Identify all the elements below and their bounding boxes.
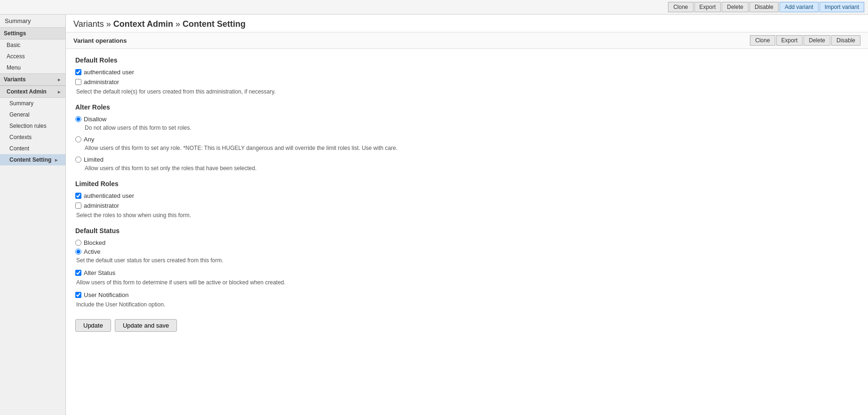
alter-status-text: Alter Status bbox=[84, 269, 115, 276]
default-roles-admin-row: administrator bbox=[75, 78, 859, 86]
limited-roles-admin-checkbox[interactable] bbox=[75, 203, 81, 209]
toolbar-clone-btn[interactable]: Clone bbox=[668, 2, 693, 12]
sidebar-content-setting-label: Content Setting bbox=[9, 157, 51, 163]
alter-status-help: Allow users of this form to determine if… bbox=[76, 279, 859, 286]
alter-roles-any-text: Any bbox=[84, 136, 94, 143]
alter-roles-any-row: Any bbox=[75, 136, 859, 143]
limited-roles-auth-row: authenticated user bbox=[75, 192, 859, 199]
sidebar-variants-label: Variants bbox=[4, 76, 26, 83]
breadcrumb-content-setting: Content Setting bbox=[183, 19, 246, 29]
page-header: Variants » Context Admin » Content Setti… bbox=[66, 15, 868, 32]
breadcrumb-sep2: » bbox=[175, 19, 183, 29]
default-roles-admin-label[interactable]: administrator bbox=[75, 78, 119, 86]
limited-roles-admin-row: administrator bbox=[75, 202, 859, 209]
limited-roles-auth-checkbox[interactable] bbox=[75, 193, 81, 199]
variant-ops-bar: Variant operations Clone Export Delete D… bbox=[66, 32, 868, 49]
update-and-save-button[interactable]: Update and save bbox=[115, 319, 177, 332]
limited-roles-admin-text: administrator bbox=[84, 202, 119, 209]
page-title: Variants » Context Admin » Content Setti… bbox=[73, 19, 860, 29]
bottom-buttons: Update Update and save bbox=[75, 319, 859, 332]
sidebar-content-setting-arrow: ► bbox=[54, 157, 59, 163]
alter-roles-any-help: Allow users of this form to set any role… bbox=[85, 145, 859, 151]
sidebar-context-admin-label: Context Admin bbox=[7, 88, 47, 95]
alter-roles-limited-label[interactable]: Limited bbox=[75, 156, 104, 163]
alter-roles-limited-radio[interactable] bbox=[75, 157, 81, 163]
breadcrumb-context-admin: Context Admin bbox=[113, 19, 173, 29]
sidebar-item-ca-content[interactable]: Content bbox=[0, 143, 65, 154]
toolbar-export-btn[interactable]: Export bbox=[694, 2, 721, 12]
default-status-title: Default Status bbox=[75, 227, 859, 235]
alter-roles-disallow-radio[interactable] bbox=[75, 116, 81, 122]
alter-status-checkbox[interactable] bbox=[75, 270, 81, 276]
default-roles-title: Default Roles bbox=[75, 56, 859, 64]
sidebar-item-ca-general[interactable]: General bbox=[0, 109, 65, 120]
variant-ops-disable-btn[interactable]: Disable bbox=[831, 35, 860, 46]
variant-ops-export-btn[interactable]: Export bbox=[776, 35, 803, 46]
user-notification-label[interactable]: User Notification bbox=[75, 291, 128, 298]
default-status-active-text: Active bbox=[84, 248, 100, 255]
sidebar-item-access[interactable]: Access bbox=[0, 51, 65, 62]
default-status-blocked-radio[interactable] bbox=[75, 240, 81, 246]
update-button[interactable]: Update bbox=[75, 319, 111, 332]
toolbar-add-variant-btn[interactable]: Add variant bbox=[780, 2, 819, 12]
layout: Summary Settings Basic Access Menu Varia… bbox=[0, 15, 868, 415]
alter-roles-disallow-help: Do not allow users of this form to set r… bbox=[85, 125, 859, 131]
variant-ops-delete-btn[interactable]: Delete bbox=[804, 35, 830, 46]
default-roles-auth-label[interactable]: authenticated user bbox=[75, 69, 134, 76]
sidebar-item-ca-selection-rules[interactable]: Selection rules bbox=[0, 120, 65, 132]
sidebar-context-admin-arrow: ► bbox=[57, 89, 62, 94]
limited-roles-auth-label[interactable]: authenticated user bbox=[75, 192, 134, 199]
main-content: Variants » Context Admin » Content Setti… bbox=[66, 15, 868, 415]
sidebar-section-context-admin[interactable]: Context Admin ► bbox=[0, 86, 65, 98]
variant-ops-buttons: Clone Export Delete Disable bbox=[750, 35, 860, 46]
default-status-blocked-row: Blocked bbox=[75, 239, 859, 246]
breadcrumb-variants: Variants bbox=[73, 19, 104, 29]
alter-roles-disallow-label[interactable]: Disallow bbox=[75, 116, 106, 123]
toolbar-disable-btn[interactable]: Disable bbox=[749, 2, 779, 12]
toolbar-import-variant-btn[interactable]: Import variant bbox=[820, 2, 864, 12]
top-toolbar: Clone Export Delete Disable Add variant … bbox=[0, 0, 868, 15]
variant-ops-clone-btn[interactable]: Clone bbox=[750, 35, 775, 46]
user-notification-text: User Notification bbox=[84, 291, 128, 298]
alter-roles-disallow-row: Disallow bbox=[75, 116, 859, 123]
user-notification-help: Include the User Notification option. bbox=[76, 301, 859, 308]
default-status-active-row: Active bbox=[75, 248, 859, 255]
alter-roles-limited-row: Limited bbox=[75, 156, 859, 163]
alter-roles-any-label[interactable]: Any bbox=[75, 136, 94, 143]
content-area: Default Roles authenticated user adminis… bbox=[66, 49, 868, 339]
user-notification-checkbox[interactable] bbox=[75, 292, 81, 298]
default-status-active-radio[interactable] bbox=[75, 249, 81, 255]
sidebar-item-ca-contexts[interactable]: Contexts bbox=[0, 132, 65, 143]
default-roles-admin-text: administrator bbox=[84, 78, 119, 86]
default-roles-auth-checkbox[interactable] bbox=[75, 69, 81, 75]
alter-roles-title: Alter Roles bbox=[75, 103, 859, 111]
alter-roles-limited-text: Limited bbox=[84, 156, 104, 163]
alter-roles-limited-help: Allow users of this form to set only the… bbox=[85, 165, 859, 172]
limited-roles-help: Select the roles to show when using this… bbox=[76, 212, 859, 219]
sidebar-item-basic[interactable]: Basic bbox=[0, 39, 65, 51]
sidebar-item-summary[interactable]: Summary bbox=[0, 15, 65, 27]
alter-roles-disallow-text: Disallow bbox=[84, 116, 106, 123]
sidebar: Summary Settings Basic Access Menu Varia… bbox=[0, 15, 66, 415]
breadcrumb-sep1: » bbox=[106, 19, 113, 29]
sidebar-item-ca-content-setting[interactable]: Content Setting ► bbox=[0, 154, 65, 165]
sidebar-item-ca-summary[interactable]: Summary bbox=[0, 98, 65, 109]
default-status-blocked-label[interactable]: Blocked bbox=[75, 239, 105, 246]
default-roles-auth-row: authenticated user bbox=[75, 69, 859, 76]
sidebar-item-menu[interactable]: Menu bbox=[0, 62, 65, 73]
alter-status-row: Alter Status bbox=[75, 269, 859, 276]
default-roles-auth-text: authenticated user bbox=[84, 69, 134, 76]
variant-ops-label: Variant operations bbox=[73, 37, 127, 44]
limited-roles-auth-text: authenticated user bbox=[84, 192, 134, 199]
default-status-active-label[interactable]: Active bbox=[75, 248, 100, 255]
alter-roles-any-radio[interactable] bbox=[75, 136, 81, 142]
toolbar-delete-btn[interactable]: Delete bbox=[722, 2, 749, 12]
default-roles-help: Select the default role(s) for users cre… bbox=[76, 88, 859, 95]
alter-status-label[interactable]: Alter Status bbox=[75, 269, 115, 276]
default-roles-admin-checkbox[interactable] bbox=[75, 79, 81, 85]
limited-roles-admin-label[interactable]: administrator bbox=[75, 202, 119, 209]
sidebar-section-settings: Settings bbox=[0, 27, 65, 39]
default-status-blocked-text: Blocked bbox=[84, 239, 105, 246]
user-notification-row: User Notification bbox=[75, 291, 859, 298]
sidebar-section-variants[interactable]: Variants ► bbox=[0, 73, 65, 86]
